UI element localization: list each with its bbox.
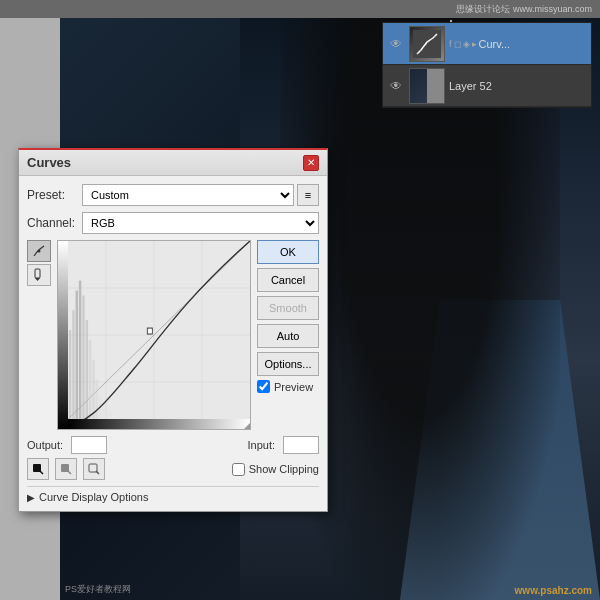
expand-arrow-icon: ▶ <box>27 492 35 503</box>
output-label: Output: <box>27 439 63 451</box>
svg-rect-30 <box>33 464 41 472</box>
preset-label: Preset: <box>27 188 82 202</box>
preset-select[interactable]: Custom Default Linear Contrast <box>82 184 294 206</box>
svg-rect-29 <box>147 328 152 334</box>
layer-row-curves[interactable]: 👁 f ◻ ◈ ▸ Curv... <box>383 23 591 65</box>
layer-icons-curves: f ◻ ◈ ▸ <box>449 39 477 49</box>
curve-display-options[interactable]: ▶ Curve Display Options <box>27 486 319 503</box>
output-value-input[interactable] <box>71 436 107 454</box>
triangle-marker <box>244 423 250 429</box>
show-clipping-row: Show Clipping <box>232 463 319 476</box>
svg-rect-3 <box>35 269 40 278</box>
preset-row: Preset: Custom Default Linear Contrast ≡ <box>27 184 319 206</box>
input-value-input[interactable] <box>283 436 319 454</box>
layer-name-52: Layer 52 <box>449 80 587 92</box>
smooth-button[interactable]: Smooth <box>257 296 319 320</box>
layer-eye-52[interactable]: 👁 <box>387 77 405 95</box>
curve-tools <box>27 240 51 430</box>
svg-rect-20 <box>86 320 89 429</box>
channel-row: Channel: RGB Red Green Blue <box>27 212 319 234</box>
svg-point-2 <box>38 250 41 253</box>
top-bar: 思缘设计论坛 www.missyuan.com <box>0 0 600 18</box>
show-clipping-label: Show Clipping <box>249 463 319 475</box>
preview-checkbox[interactable] <box>257 380 270 393</box>
svg-rect-32 <box>61 464 69 472</box>
dialog-title: Curves <box>27 155 71 170</box>
curves-dialog: Curves ✕ Preset: Custom Default Linear C… <box>18 148 328 512</box>
svg-rect-18 <box>79 281 82 429</box>
cancel-button[interactable]: Cancel <box>257 268 319 292</box>
top-watermark: 思缘设计论坛 www.missyuan.com <box>456 3 592 16</box>
output-input-row: Output: Input: <box>27 436 319 454</box>
svg-marker-4 <box>35 278 40 281</box>
svg-rect-16 <box>72 310 75 429</box>
dialog-titlebar[interactable]: Curves ✕ <box>19 150 327 176</box>
show-clipping-checkbox[interactable] <box>232 463 245 476</box>
black-eyedropper-button[interactable] <box>27 458 49 480</box>
dialog-close-button[interactable]: ✕ <box>303 155 319 171</box>
curves-buttons: OK Cancel Smooth Auto Options... Preview <box>257 240 319 430</box>
curve-point-tool[interactable] <box>27 240 51 262</box>
eyedropper-controls-row: Show Clipping <box>27 458 319 480</box>
options-button[interactable]: Options... <box>257 352 319 376</box>
preview-label: Preview <box>274 381 313 393</box>
layer-thumb-curves <box>409 26 445 62</box>
curve-pencil-tool[interactable] <box>27 264 51 286</box>
auto-button[interactable]: Auto <box>257 324 319 348</box>
curves-graph[interactable] <box>57 240 251 430</box>
layer-name-curves: Curv... <box>479 38 587 50</box>
white-eyedropper-button[interactable] <box>83 458 105 480</box>
preset-menu-button[interactable]: ≡ <box>297 184 319 206</box>
layer-eye-curves[interactable]: 👁 <box>387 35 405 53</box>
ok-button[interactable]: OK <box>257 240 319 264</box>
dialog-body: Preset: Custom Default Linear Contrast ≡… <box>19 176 327 511</box>
channel-select[interactable]: RGB Red Green Blue <box>82 212 319 234</box>
horizontal-gradient-bar <box>68 419 250 429</box>
svg-line-35 <box>96 471 99 474</box>
layer-thumb-52 <box>409 68 445 104</box>
preview-row: Preview <box>257 380 319 393</box>
curve-display-label: Curve Display Options <box>39 491 148 503</box>
svg-rect-17 <box>76 290 79 429</box>
grey-eyedropper-button[interactable] <box>55 458 77 480</box>
layer-row-52[interactable]: 👁 Layer 52 <box>383 65 591 107</box>
svg-rect-19 <box>82 295 85 429</box>
bottom-watermark-right: www.psahz.com <box>515 585 592 596</box>
channel-label: Channel: <box>27 216 82 230</box>
layers-panel: 👁 f ◻ ◈ ▸ Curv... 👁 Layer 52 <box>382 22 592 108</box>
curves-graph-area: OK Cancel Smooth Auto Options... Preview <box>27 240 319 430</box>
bottom-watermark-left: PS爱好者教程网 <box>65 583 131 596</box>
svg-rect-34 <box>89 464 97 472</box>
vertical-gradient-bar <box>58 241 68 429</box>
svg-rect-15 <box>69 330 72 429</box>
svg-line-31 <box>40 471 43 474</box>
svg-line-33 <box>68 471 71 474</box>
input-label: Input: <box>247 439 275 451</box>
